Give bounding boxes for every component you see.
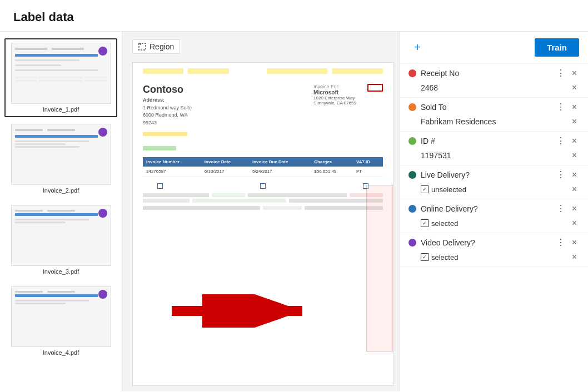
col-due-date: Invoice Due Date — [249, 157, 311, 167]
close-button-online-delivery[interactable]: × — [570, 203, 579, 215]
close-value-video-delivery[interactable]: × — [570, 251, 579, 263]
doc-name-3: Invoice_3.pdf — [11, 268, 111, 275]
chk-icon-live-delivery: ✓ — [421, 185, 428, 193]
field-name-sold-to: Sold To — [421, 103, 446, 112]
invoice-for-company: Microsoft — [313, 89, 356, 96]
close-value-receipt-no[interactable]: × — [570, 82, 579, 94]
cell-vat-id: PT — [353, 167, 383, 177]
invoice-for-address: 1020 Enterprise WaySunnyvale, CA 87659 — [313, 96, 356, 105]
region-icon — [138, 43, 146, 51]
close-value-id[interactable]: × — [570, 149, 579, 162]
checkbox-2 — [260, 183, 266, 189]
close-button-live-delivery[interactable]: × — [570, 169, 579, 181]
invoice-table: Invoice Number Invoice Date Invoice Due … — [143, 157, 383, 177]
more-button-receipt-no[interactable]: ⋮ — [554, 68, 567, 79]
field-dot-live-delivery — [408, 171, 416, 179]
field-value-id: 1197531 — [421, 151, 451, 160]
close-value-live-delivery[interactable]: × — [570, 183, 579, 195]
invoice-preview: Contoso Address: 1 Redmond way Suite 600… — [132, 62, 393, 386]
more-button-video-delivery[interactable]: ⋮ — [554, 237, 567, 248]
sidebar-item-invoice4[interactable]: Invoice_4.pdf — [4, 282, 117, 360]
close-value-online-delivery[interactable]: × — [570, 217, 579, 229]
field-name-id: ID # — [421, 137, 435, 145]
more-button-id[interactable]: ⋮ — [554, 135, 567, 147]
close-button-receipt-no[interactable]: × — [570, 67, 579, 79]
chk-icon-online-delivery: ✓ — [421, 219, 428, 227]
field-dot-sold-to — [408, 103, 416, 111]
col-vat-id: VAT ID — [353, 157, 383, 167]
field-online-delivery: Online Delivery? ⋮ × ✓ selected × — [400, 199, 588, 233]
doc-thumbnail-3 — [11, 205, 111, 266]
sidebar-item-invoice3[interactable]: Invoice_3.pdf — [4, 200, 117, 279]
highlighted-region — [366, 185, 393, 352]
checkbox-val-video-delivery: ✓ selected — [421, 253, 458, 262]
field-live-delivery: Live Delivery? ⋮ × ✓ unselected × — [400, 165, 588, 199]
inv-lines-area — [133, 191, 393, 214]
close-value-sold-to[interactable]: × — [570, 115, 579, 128]
chk-icon-video-delivery: ✓ — [421, 253, 428, 261]
checkbox-val-online-delivery: ✓ selected — [421, 219, 458, 228]
close-button-video-delivery[interactable]: × — [570, 237, 579, 249]
cell-invoice-date: 6/10/2017 — [201, 167, 249, 177]
field-dot-online-delivery — [408, 205, 416, 213]
svg-rect-0 — [139, 43, 146, 50]
company-address: Address: 1 Redmond way Suite 6000 Redmon… — [143, 97, 192, 127]
field-dot-video-delivery — [408, 239, 416, 247]
sidebar-item-invoice2[interactable]: Invoice_2.pdf — [4, 119, 117, 198]
field-id-hash: ID # ⋮ × 1197531 × — [400, 132, 588, 165]
field-sold-to: Sold To ⋮ × Fabrikam Residences × — [400, 98, 588, 132]
red-selection-box — [367, 84, 383, 92]
doc-thumbnail-2 — [11, 124, 111, 185]
field-value-receipt-no: 2468 — [421, 83, 438, 92]
company-name: Contoso — [143, 84, 192, 96]
invoice-for-label: Invoice For: — [313, 84, 340, 89]
doc-thumbnail-1 — [11, 43, 111, 104]
field-receipt-no: Receipt No ⋮ × 2468 × — [400, 64, 588, 98]
doc-name-2: Invoice_2.pdf — [11, 187, 111, 194]
doc-thumbnail-4 — [11, 286, 111, 347]
field-dot-receipt-no — [408, 69, 416, 77]
col-invoice-date: Invoice Date — [201, 157, 249, 167]
more-button-live-delivery[interactable]: ⋮ — [554, 169, 567, 180]
field-name-online-delivery: Online Delivery? — [421, 204, 478, 213]
field-dot-id — [408, 137, 416, 145]
close-button-sold-to[interactable]: × — [570, 101, 579, 113]
sidebar: Invoice_1.pdf Invoice_2.pdf — [0, 32, 122, 391]
field-name-receipt-no: Receipt No — [421, 69, 459, 78]
doc-name-4: Invoice_4.pdf — [11, 349, 111, 356]
col-charges: Charges — [311, 157, 353, 167]
red-arrow — [161, 294, 316, 330]
more-button-sold-to[interactable]: ⋮ — [554, 102, 567, 113]
invoice-header: Contoso Address: 1 Redmond way Suite 600… — [133, 76, 393, 143]
checkbox-1 — [157, 183, 163, 189]
right-panel: + Train Receipt No ⋮ × 2468 × — [399, 32, 588, 391]
close-button-id[interactable]: × — [570, 135, 579, 147]
add-field-button[interactable]: + — [408, 39, 426, 57]
field-video-delivery: Video Delivery? ⋮ × ✓ selected × — [400, 233, 588, 267]
region-toolbar[interactable]: Region — [132, 39, 180, 54]
col-invoice-number: Invoice Number — [143, 157, 201, 167]
page-title: Label data — [0, 0, 588, 32]
train-button[interactable]: Train — [535, 38, 579, 57]
cell-due-date: 6/24/2017 — [249, 167, 311, 177]
cell-charges: $56,651.49 — [311, 167, 353, 177]
doc-name-1: Invoice_1.pdf — [11, 106, 111, 113]
checkbox-val-live-delivery: ✓ unselected — [421, 185, 466, 194]
sidebar-item-invoice1[interactable]: Invoice_1.pdf — [4, 38, 117, 117]
cell-invoice-number: 34276587 — [143, 167, 201, 177]
field-value-sold-to: Fabrikam Residences — [421, 117, 496, 126]
field-name-live-delivery: Live Delivery? — [421, 170, 470, 179]
invoice-for: Invoice For: Microsoft 1020 Enterprise W… — [313, 84, 356, 138]
field-name-video-delivery: Video Delivery? — [421, 238, 475, 247]
region-label: Region — [150, 42, 174, 51]
canvas-area: Region Contoso Address: 1 Redmond way Su… — [122, 32, 399, 391]
more-button-online-delivery[interactable]: ⋮ — [554, 203, 567, 214]
